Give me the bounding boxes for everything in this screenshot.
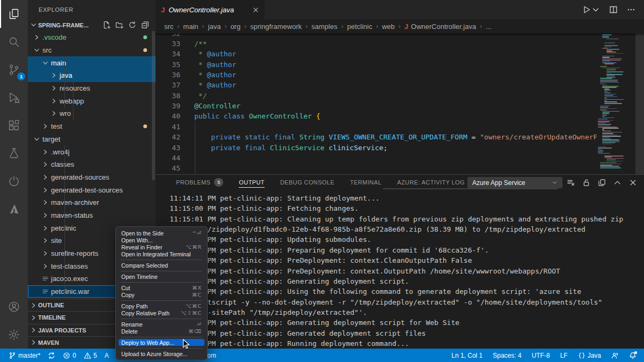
activity-bar-item-azure[interactable] bbox=[0, 195, 28, 223]
breadcrumb-item-petclinic[interactable]: petclinic bbox=[347, 23, 372, 31]
chevron-right-icon bbox=[41, 174, 49, 181]
tree-item-generated-sources[interactable]: generated-sources bbox=[28, 171, 156, 184]
menu-item-rename[interactable]: Rename⏎ bbox=[116, 321, 207, 328]
status-errors[interactable]: 0 bbox=[63, 352, 76, 359]
explorer-section-header[interactable]: SPRING-FRAME... bbox=[28, 19, 156, 31]
code-editor[interactable]: 3233/**34 * @author35 * @author36 * @aut… bbox=[156, 33, 644, 174]
status-feedback[interactable] bbox=[611, 352, 619, 359]
minimap-line bbox=[598, 147, 612, 149]
editor-scrollbar[interactable] bbox=[635, 33, 644, 174]
status-encoding[interactable]: UTF-8 bbox=[532, 352, 550, 359]
breadcrumb-item-main[interactable]: main bbox=[183, 23, 198, 31]
status-sync-status[interactable] bbox=[48, 352, 55, 359]
tree-item-maven-status[interactable]: maven-status bbox=[28, 209, 156, 222]
status-warnings[interactable]: 5 bbox=[84, 352, 97, 359]
collapse-all-icon[interactable] bbox=[141, 21, 149, 29]
activity-bar-item-source-control[interactable]: 1 bbox=[0, 56, 28, 84]
tree-item-maven-archiver[interactable]: maven-archiver bbox=[28, 196, 156, 209]
clear-output-icon[interactable] bbox=[567, 179, 575, 187]
status-azure-item-fragment[interactable]: A bbox=[105, 352, 109, 359]
menu-item-reveal-in-finder[interactable]: Reveal in Finder⌥⌘R bbox=[116, 243, 207, 250]
sidebar-scrollbar[interactable] bbox=[152, 31, 155, 180]
status-notifications[interactable] bbox=[629, 352, 636, 359]
tree-item-classes[interactable]: classes bbox=[28, 158, 156, 171]
split-editor-icon[interactable] bbox=[609, 5, 618, 14]
section-label: TIMELINE bbox=[38, 314, 65, 321]
tab-ownercontroller[interactable]: J OwnerController.java bbox=[156, 0, 265, 19]
tree-item-.wro4j[interactable]: .wro4j bbox=[28, 145, 156, 158]
breadcrumb-item-samples[interactable]: samples bbox=[311, 23, 337, 31]
tree-item-src[interactable]: src bbox=[28, 44, 156, 57]
menu-item-upload-to-azure-storage[interactable]: Upload to Azure Storage... bbox=[116, 350, 207, 357]
menu-item-compare-selected[interactable]: Compare Selected bbox=[116, 262, 207, 269]
activity-bar-item-settings[interactable] bbox=[0, 321, 28, 349]
menu-item-open-with[interactable]: Open With... bbox=[116, 237, 207, 243]
status-cursor-position[interactable]: Ln 1, Col 1 bbox=[451, 352, 482, 359]
new-file-icon[interactable] bbox=[103, 21, 111, 29]
menu-item-copy[interactable]: Copy⌘C bbox=[116, 291, 207, 298]
status-azure-fragment[interactable]: om bbox=[207, 349, 216, 362]
panel-tab-debug-console[interactable]: DEBUG CONSOLE bbox=[280, 175, 334, 190]
menu-item-open-in-integrated-terminal[interactable]: Open in Integrated Terminal bbox=[116, 250, 207, 257]
breadcrumb-item-web[interactable]: web bbox=[382, 23, 395, 31]
breadcrumb-item-src[interactable]: src bbox=[164, 23, 173, 31]
minimap[interactable] bbox=[597, 33, 626, 174]
tree-item-resources[interactable]: resources bbox=[28, 82, 156, 95]
activity-bar-item-extensions[interactable] bbox=[0, 112, 28, 139]
menu-separator bbox=[121, 300, 202, 301]
tree-item-wro[interactable]: wro bbox=[28, 107, 156, 120]
activity-bar-item-testing[interactable] bbox=[0, 139, 28, 167]
menu-item-shortcut: ⌥⌘R bbox=[186, 244, 202, 250]
tree-item-label: generated-sources bbox=[51, 173, 109, 181]
new-folder-icon[interactable] bbox=[115, 21, 123, 29]
activity-bar-item-search[interactable] bbox=[0, 28, 28, 56]
breadcrumb-item-org[interactable]: org bbox=[230, 23, 240, 31]
chevron-right-icon bbox=[49, 72, 58, 79]
tree-item-target[interactable]: target bbox=[28, 133, 156, 146]
run-button[interactable] bbox=[582, 5, 600, 14]
panel-tab-azure-activity-log[interactable]: AZURE: ACTIVITY LOG bbox=[397, 175, 465, 190]
status-language-mode[interactable]: Java bbox=[578, 352, 601, 359]
minimap-line bbox=[602, 115, 607, 116]
menu-item-open-timeline[interactable]: Open Timeline bbox=[116, 273, 207, 280]
activity-bar-item-explorer[interactable] bbox=[0, 0, 28, 28]
breadcrumb-item-java[interactable]: java bbox=[208, 23, 221, 31]
tree-item-generated-test-sources[interactable]: generated-test-sources bbox=[28, 183, 156, 196]
activity-bar-item-accounts[interactable] bbox=[0, 293, 28, 321]
refresh-icon[interactable] bbox=[128, 21, 136, 29]
tree-item-test[interactable]: test bbox=[28, 120, 156, 133]
menu-item-copy-path[interactable]: Copy Path⌥⌘C bbox=[116, 302, 207, 309]
status-indentation[interactable]: Spaces: 4 bbox=[493, 352, 521, 359]
panel-tab-terminal[interactable]: TERMINAL bbox=[350, 175, 382, 190]
menu-item-cut[interactable]: Cut⌘X bbox=[116, 284, 207, 291]
output-channel-dropdown[interactable]: Azure App Service bbox=[467, 177, 562, 188]
breadcrumb-item-springframework[interactable]: springframework bbox=[250, 23, 302, 31]
panel-tab-problems[interactable]: PROBLEMS5 bbox=[176, 175, 223, 190]
panel-tab-output[interactable]: OUTPUT bbox=[239, 175, 265, 190]
tree-item-java[interactable]: java bbox=[28, 69, 156, 82]
activity-bar-item-spring-boot[interactable] bbox=[0, 167, 28, 195]
breadcrumb-tail[interactable]: ... bbox=[486, 23, 492, 31]
menu-item-open-to-the-side[interactable]: Open to the Side^⏎ bbox=[116, 230, 207, 237]
tree-item-webapp[interactable]: webapp bbox=[28, 94, 156, 107]
panel-tab-label: DEBUG CONSOLE bbox=[280, 179, 334, 186]
breadcrumb-item-file[interactable]: OwnerController.java bbox=[411, 23, 476, 31]
close-icon[interactable] bbox=[629, 179, 637, 187]
output-log[interactable]: 11:14:11 PM pet-clinic-app: Starting dep… bbox=[156, 190, 635, 349]
unlock-icon[interactable] bbox=[582, 179, 590, 187]
tree-item-main[interactable]: main bbox=[28, 56, 156, 69]
close-icon[interactable] bbox=[252, 6, 259, 13]
tree-item-.vscode[interactable]: .vscode bbox=[28, 31, 156, 44]
status-eol[interactable]: LF bbox=[560, 352, 568, 359]
panel-tabs-scrollbar[interactable] bbox=[383, 188, 558, 189]
more-actions-icon[interactable] bbox=[627, 5, 635, 14]
menu-item-copy-relative-path[interactable]: Copy Relative Path⌥⇧⌘C bbox=[116, 309, 207, 316]
activity-bar-item-run-debug[interactable] bbox=[0, 84, 28, 112]
menu-item-deploy-to-web-app[interactable]: Deploy to Web App... bbox=[119, 339, 204, 346]
accounts-icon bbox=[8, 300, 20, 313]
open-editor-icon[interactable] bbox=[598, 179, 606, 187]
chevron-up-icon[interactable] bbox=[613, 179, 621, 187]
status-git-branch[interactable]: master* bbox=[9, 352, 40, 359]
menu-item-delete[interactable]: Delete⌘⌫ bbox=[116, 328, 207, 335]
minimap-line bbox=[604, 42, 615, 43]
